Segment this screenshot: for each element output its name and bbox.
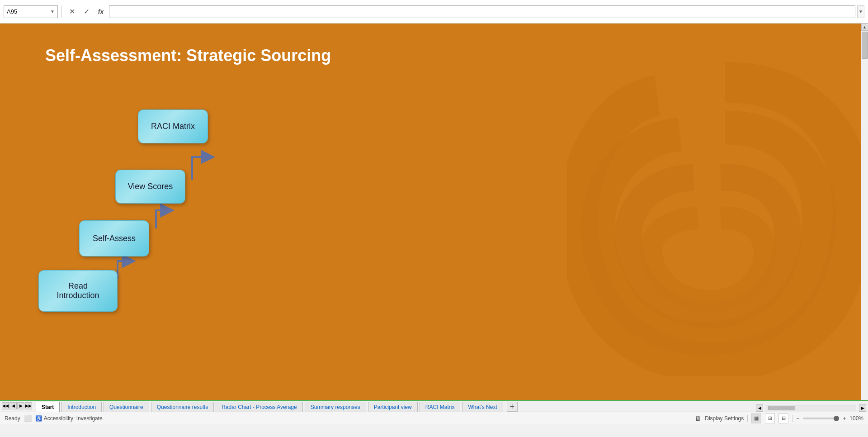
view-scores-button[interactable]: View Scores — [115, 170, 185, 204]
tabs-right-area: ◀ ▶ — [756, 404, 868, 412]
zoom-thumb — [834, 416, 839, 421]
tab-introduction[interactable]: Introduction — [61, 402, 102, 412]
tab-questionnaire[interactable]: Questionnaire — [104, 402, 149, 412]
ready-status: Ready — [5, 415, 20, 422]
scroll-up-button[interactable]: ▲ — [861, 24, 868, 31]
page-layout-view-button[interactable]: ⊞ — [765, 413, 775, 423]
page-break-view-button[interactable]: ⊟ — [778, 413, 788, 423]
sep1 — [61, 5, 62, 18]
cell-mode-icon: ⬜ — [24, 415, 32, 422]
confirm-icon[interactable]: ✓ — [80, 5, 93, 18]
sheet-tabs-bar: ◀◀ ◀ ▶ ▶▶ Start Introduction Questionnai… — [0, 400, 868, 412]
formula-bar-expand-icon[interactable]: ▼ — [857, 5, 864, 18]
read-introduction-button[interactable]: Read Introduction — [38, 270, 118, 312]
add-sheet-button[interactable]: + — [507, 402, 518, 412]
main-canvas: Self-Assessment: Strategic Sourcing — [0, 24, 861, 400]
arrow-3 — [183, 143, 215, 184]
tab-summary-responses[interactable]: Summary responses — [305, 402, 366, 412]
sep-views — [747, 415, 748, 422]
zoom-in-icon[interactable]: + — [843, 415, 846, 422]
tab-radar-chart[interactable]: Radar Chart - Process Average — [216, 402, 303, 412]
tab-questionnaire-results[interactable]: Questionnaire results — [151, 402, 214, 412]
display-settings-icon: 🖥 — [695, 415, 701, 422]
status-right: 🖥 Display Settings ▦ ⊞ ⊟ − + 100% — [695, 413, 863, 423]
tab-scroll-first-button[interactable]: ◀◀ — [2, 402, 9, 409]
tab-scroll-last-button[interactable]: ▶▶ — [25, 402, 32, 409]
vertical-scrollbar[interactable]: ▲ — [861, 24, 868, 400]
zoom-level: 100% — [849, 415, 863, 422]
scroll-thumb[interactable] — [862, 32, 868, 59]
sep-zoom — [792, 415, 793, 422]
tab-whats-next[interactable]: What's Next — [462, 402, 503, 412]
tab-scroll-left-button[interactable]: ◀ — [9, 402, 17, 409]
self-assess-button[interactable]: Self-Assess — [79, 220, 149, 256]
accessibility-icon: ♿ — [35, 415, 42, 422]
horizontal-scrollbar[interactable] — [766, 405, 856, 411]
tab-nav-buttons: ◀◀ ◀ ▶ ▶▶ — [0, 400, 34, 412]
zoom-slider[interactable] — [803, 418, 839, 419]
tab-scroll-right-button[interactable]: ▶ — [17, 402, 24, 409]
horizontal-scroll-controls: ◀ ▶ — [756, 404, 866, 412]
page-title: Self-Assessment: Strategic Sourcing — [45, 46, 331, 65]
raci-matrix-button[interactable]: RACI Matrix — [138, 109, 208, 143]
hscroll-right-btn[interactable]: ▶ — [859, 404, 866, 412]
cancel-icon[interactable]: ✕ — [66, 5, 78, 18]
status-left: Ready ⬜ ♿ Accessibility: Investigate — [5, 415, 103, 422]
tab-start[interactable]: Start — [36, 402, 60, 412]
name-box-dropdown-icon: ▼ — [50, 9, 55, 14]
name-box[interactable]: A95 ▼ — [4, 5, 58, 18]
hscroll-left-btn[interactable]: ◀ — [756, 404, 763, 412]
tab-raci-matrix[interactable]: RACI Matrix — [420, 402, 461, 412]
formula-bar-area: A95 ▼ ✕ ✓ fx ▼ — [0, 0, 868, 24]
hscroll-thumb — [768, 406, 795, 410]
tab-participant-view[interactable]: Participant view — [368, 402, 418, 412]
background-swirl — [567, 60, 861, 376]
sheet-tabs: Start Introduction Questionnaire Questio… — [34, 400, 756, 412]
display-settings-label: Display Settings — [705, 415, 744, 422]
zoom-out-icon[interactable]: − — [796, 415, 799, 422]
formula-input[interactable] — [109, 5, 855, 18]
normal-view-button[interactable]: ▦ — [751, 413, 761, 423]
status-bar: Ready ⬜ ♿ Accessibility: Investigate 🖥 D… — [0, 412, 868, 424]
accessibility-label: ♿ Accessibility: Investigate — [35, 415, 103, 422]
formula-icon[interactable]: fx — [94, 5, 107, 18]
